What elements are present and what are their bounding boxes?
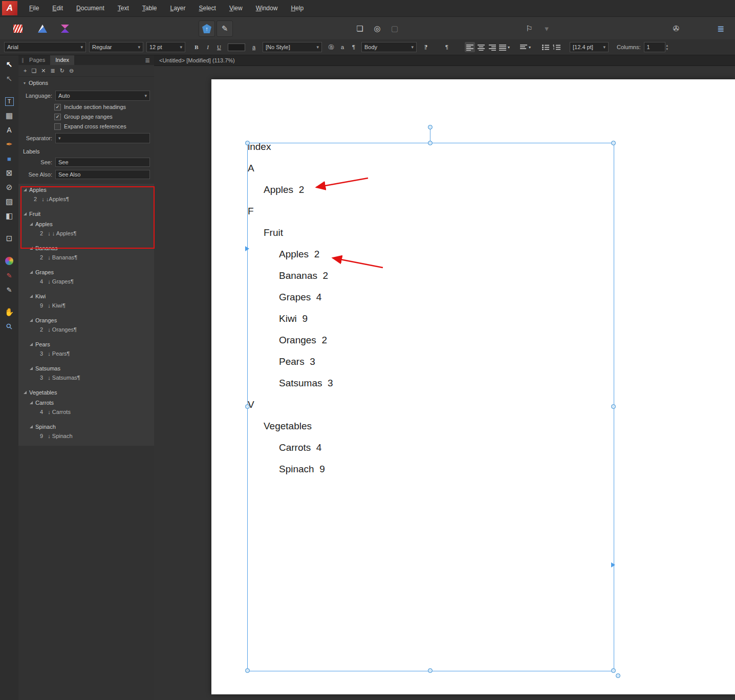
selection-handle-bottom-center[interactable] bbox=[428, 668, 433, 673]
font-color-swatch[interactable] bbox=[228, 43, 245, 51]
selection-handle-top-left[interactable] bbox=[245, 141, 250, 145]
page-preview-button[interactable]: ❏ bbox=[352, 20, 368, 37]
text-flow-out-icon[interactable] bbox=[611, 562, 615, 567]
vertical-alignment-button[interactable]: ▾ bbox=[520, 42, 531, 52]
preflight-button[interactable]: ↑ bbox=[199, 20, 215, 37]
expand-cross-references-option[interactable]: Expand cross references bbox=[18, 123, 154, 130]
tree-expand-icon[interactable] bbox=[30, 367, 33, 370]
transparency-tool[interactable]: ◧ bbox=[3, 210, 15, 222]
see-also-input[interactable]: See Also bbox=[55, 170, 150, 179]
menu-table[interactable]: Table bbox=[136, 0, 164, 16]
justify-button[interactable]: ▾ bbox=[499, 42, 510, 52]
tree-expand-icon[interactable] bbox=[30, 271, 33, 274]
paragraph-style-select[interactable]: Body ▾ bbox=[361, 42, 417, 52]
selection-handle-top-center[interactable] bbox=[428, 141, 433, 145]
vector-crop-tool[interactable]: ⊡ bbox=[3, 232, 15, 245]
index-topic-row[interactable]: Oranges bbox=[18, 315, 154, 325]
publisher-persona-button[interactable] bbox=[7, 20, 29, 37]
numbered-list-button[interactable] bbox=[552, 42, 562, 52]
index-topic-row[interactable]: Carrots bbox=[18, 398, 154, 408]
index-text-line[interactable]: Fruit bbox=[248, 222, 333, 244]
tree-expand-icon[interactable] bbox=[30, 247, 33, 250]
menu-window[interactable]: Window bbox=[249, 0, 285, 16]
index-text-line[interactable]: Grapes 4 bbox=[248, 287, 333, 308]
index-topic-row[interactable]: Pears bbox=[18, 339, 154, 349]
place-image-tool[interactable]: ▨ bbox=[3, 195, 15, 208]
index-reference-row[interactable]: 9 ↓ Spinach bbox=[18, 432, 154, 446]
view-hand-tool[interactable]: ✋ bbox=[3, 306, 15, 318]
designer-persona-button[interactable] bbox=[32, 20, 53, 37]
index-reference-row[interactable]: 2 ↓ Bananas¶ bbox=[18, 253, 154, 267]
index-text-line[interactable]: Carrots 4 bbox=[248, 437, 333, 458]
tab-pages[interactable]: Pages bbox=[24, 55, 50, 65]
font-style-select[interactable]: Regular ▾ bbox=[89, 42, 143, 52]
index-topic-row[interactable]: Satsumas bbox=[18, 363, 154, 374]
index-reference-row[interactable]: 9 ↓ Kiwi¶ bbox=[18, 301, 154, 315]
tree-expand-icon[interactable] bbox=[30, 425, 33, 428]
artistic-text-tool[interactable]: A bbox=[3, 124, 15, 136]
index-text-line[interactable]: Satsumas 3 bbox=[248, 373, 333, 394]
index-topic-row[interactable]: Vegetables bbox=[18, 387, 154, 398]
picture-frame-tool[interactable]: ⊠ bbox=[3, 167, 15, 179]
separator-select[interactable]: ▾ bbox=[55, 133, 150, 143]
menu-view[interactable]: View bbox=[223, 0, 249, 16]
index-topic-row[interactable]: Fruit bbox=[18, 209, 154, 219]
zoom-tool[interactable]: ⚲ bbox=[1, 318, 18, 335]
spin-down-icon[interactable]: ▾ bbox=[666, 47, 668, 51]
pin-options-button[interactable]: ▾ bbox=[538, 20, 555, 37]
menu-edit[interactable]: Edit bbox=[46, 0, 70, 16]
index-topic-row[interactable]: Apples bbox=[18, 185, 154, 195]
selection-handle-middle-left[interactable] bbox=[245, 404, 250, 409]
index-topic-row[interactable]: Grapes bbox=[18, 267, 154, 277]
index-text-line[interactable]: Kiwi 9 bbox=[248, 308, 333, 330]
panel-menu-icon[interactable]: ≣ bbox=[145, 57, 150, 64]
table-tool[interactable]: ▦ bbox=[3, 110, 15, 122]
menu-layer[interactable]: Layer bbox=[163, 0, 192, 16]
clipping-view-button[interactable]: ◎ bbox=[369, 20, 385, 37]
index-topic-row[interactable]: Kiwi bbox=[18, 291, 154, 301]
ellipse-frame-tool[interactable]: ⊘ bbox=[3, 181, 15, 193]
list-view-button[interactable]: ≣ bbox=[51, 68, 55, 74]
refresh-index-button[interactable]: ↻ bbox=[60, 68, 64, 74]
menu-help[interactable]: Help bbox=[284, 0, 310, 16]
index-topic-row[interactable]: Spinach bbox=[18, 422, 154, 432]
tree-expand-icon[interactable] bbox=[30, 319, 33, 322]
tree-expand-icon[interactable] bbox=[30, 401, 33, 404]
index-text-line[interactable]: A bbox=[248, 158, 333, 179]
align-center-button[interactable] bbox=[476, 42, 486, 52]
italic-button[interactable]: I bbox=[203, 42, 213, 52]
node-tool[interactable]: ↖ bbox=[3, 73, 15, 85]
index-text-line[interactable]: V bbox=[248, 394, 333, 415]
checkbox-icon[interactable] bbox=[54, 114, 61, 120]
toolbar-menu-button[interactable]: ≣ bbox=[712, 20, 729, 37]
menu-text[interactable]: Text bbox=[111, 0, 136, 16]
frame-view-button[interactable]: ▢ bbox=[386, 20, 403, 37]
group-page-ranges-option[interactable]: Group page ranges bbox=[18, 113, 154, 120]
index-text-line[interactable]: Bananas 2 bbox=[248, 265, 333, 287]
tree-expand-icon[interactable] bbox=[24, 188, 27, 191]
color-wheel-button[interactable] bbox=[3, 255, 15, 267]
character-underline-icon[interactable]: a bbox=[249, 42, 259, 52]
spin-up-icon[interactable]: ▴ bbox=[666, 43, 668, 47]
rotation-handle[interactable] bbox=[428, 125, 433, 129]
pen-tool[interactable]: ✒ bbox=[3, 138, 15, 150]
index-reference-row[interactable]: 4 ↓ Grapes¶ bbox=[18, 277, 154, 291]
selection-handle-bottom-left[interactable] bbox=[245, 668, 250, 673]
show-special-characters-button[interactable]: ¶ bbox=[349, 42, 359, 52]
delete-entry-button[interactable]: ✕ bbox=[41, 68, 46, 74]
rectangle-tool[interactable]: ■ bbox=[3, 152, 15, 165]
index-text-line[interactable]: Spinach 9 bbox=[248, 458, 333, 480]
character-style-select[interactable]: [No Style] ▾ bbox=[263, 42, 322, 52]
move-tool[interactable]: ↖ bbox=[3, 58, 15, 71]
index-reference-row[interactable]: 3 ↓ Satsumas¶ bbox=[18, 374, 154, 387]
index-reference-row[interactable]: 2 ↓ ↓Apples¶ bbox=[18, 195, 154, 209]
menu-file[interactable]: File bbox=[23, 0, 46, 16]
document-tab[interactable]: <Untitled> [Modified] (113.7%) bbox=[154, 55, 735, 66]
bold-button[interactable]: B bbox=[191, 42, 202, 52]
index-text-line[interactable]: Apples 2 bbox=[248, 244, 333, 265]
index-topic-row[interactable]: Apples bbox=[18, 219, 154, 229]
include-section-headings-option[interactable]: Include section headings bbox=[18, 103, 154, 111]
selection-handle-outer-corner[interactable] bbox=[616, 673, 620, 678]
pin-button[interactable]: ⚐ bbox=[521, 20, 537, 37]
tree-expand-icon[interactable] bbox=[30, 343, 33, 346]
